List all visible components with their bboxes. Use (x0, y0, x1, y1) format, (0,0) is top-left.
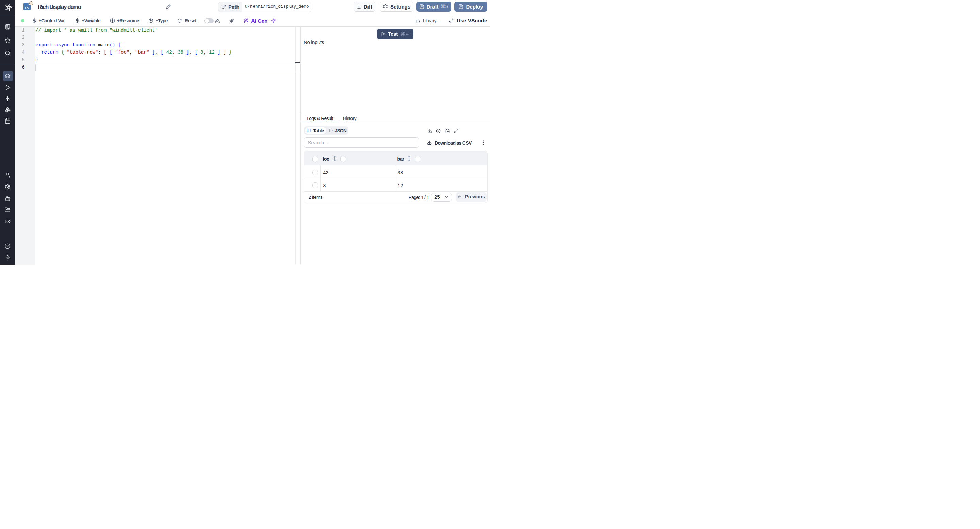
svg-text:TS: TS (24, 6, 29, 10)
